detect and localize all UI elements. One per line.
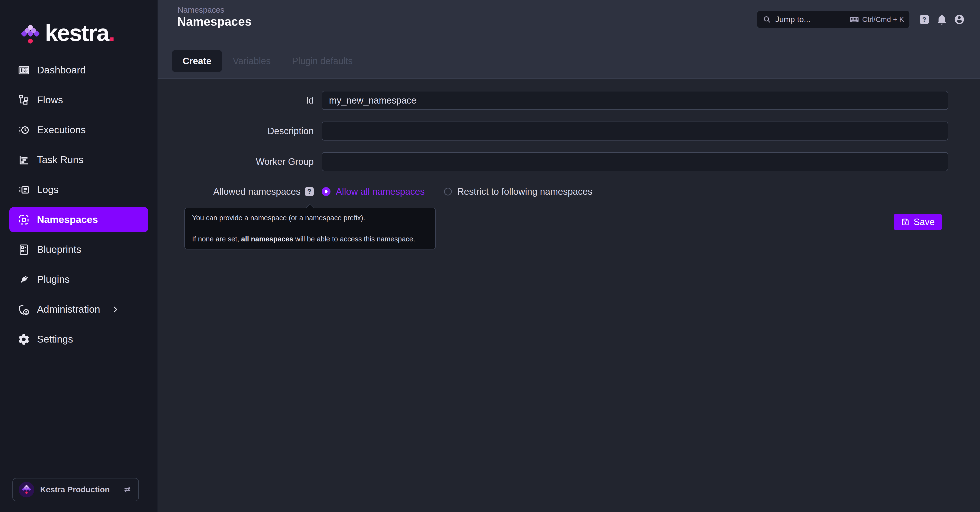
sidebar: kestra. Dashboard	[0, 0, 158, 512]
view-dashboard-icon	[18, 64, 30, 76]
kestra-logo[interactable]: kestra.	[21, 21, 158, 48]
allowed-namespaces-label: Allowed namespaces	[213, 186, 301, 197]
help-box-icon[interactable]: ?	[305, 187, 314, 196]
sidebar-item-dashboard[interactable]: Dashboard	[9, 55, 148, 85]
sidebar-item-blueprints[interactable]: Blueprints	[9, 235, 148, 264]
global-search[interactable]: Ctrl/Cmd + K	[757, 11, 910, 28]
help-icon[interactable]: ?	[919, 14, 930, 25]
chevron-right-icon	[110, 305, 120, 314]
description-field[interactable]	[322, 122, 948, 140]
sidebar-nav: Dashboard Flows Execution	[0, 55, 158, 354]
header-icons: ?	[919, 14, 965, 25]
sidebar-item-plugins[interactable]: Plugins	[9, 264, 148, 294]
keyboard-icon	[850, 14, 859, 24]
sidebar-item-administration[interactable]: Administration	[9, 294, 148, 324]
power-plug-icon	[18, 273, 30, 286]
tab-bar: Create Variables Plugin defaults	[172, 50, 363, 72]
allowed-namespaces-label-cell: Allowed namespaces ?	[158, 183, 314, 200]
worker-group-label: Worker Group	[158, 152, 314, 171]
id-field[interactable]	[322, 91, 948, 110]
shield-account-icon	[18, 303, 30, 316]
sidebar-item-label: Plugins	[37, 274, 70, 285]
tenant-name: Kestra Production	[40, 485, 123, 494]
main-area: Namespaces Namespaces	[158, 0, 980, 512]
account-icon[interactable]	[954, 14, 965, 25]
sidebar-item-label: Blueprints	[37, 244, 81, 255]
form-row-id: Id	[158, 91, 980, 110]
tooltip-line-1: You can provide a namespace (or a namesp…	[192, 214, 428, 222]
gear-icon	[18, 333, 30, 346]
radio-selected-icon	[322, 187, 331, 196]
sidebar-item-label: Task Runs	[37, 154, 83, 165]
sidebar-item-label: Administration	[37, 304, 100, 315]
tenant-avatar	[19, 482, 34, 498]
allowed-namespaces-tooltip: You can provide a namespace (or a namesp…	[185, 208, 436, 250]
file-tree-icon	[18, 94, 30, 107]
sidebar-item-label: Executions	[37, 124, 86, 136]
sidebar-item-settings[interactable]: Settings	[9, 324, 148, 354]
create-form: Id Description Worker Group Allowed name…	[158, 78, 980, 512]
timeline-clock-icon	[18, 124, 30, 137]
kestra-logo-text: kestra.	[45, 21, 114, 48]
kestra-logo-icon	[21, 24, 40, 46]
page-header: Namespaces Namespaces	[158, 0, 980, 78]
radio-allow-all-namespaces[interactable]: Allow all namespaces	[322, 186, 425, 197]
sidebar-item-task-runs[interactable]: Task Runs	[9, 145, 148, 175]
page-title: Namespaces	[177, 14, 252, 29]
allowed-namespaces-row: Allowed namespaces ? Allow all namespace…	[158, 183, 980, 200]
save-icon	[901, 218, 910, 226]
description-label: Description	[158, 122, 314, 140]
bell-icon[interactable]	[936, 14, 947, 25]
header-controls: Ctrl/Cmd + K ?	[757, 11, 965, 28]
save-button-label: Save	[913, 217, 935, 227]
tab-variables[interactable]: Variables	[222, 50, 282, 72]
sidebar-spacer	[0, 354, 158, 478]
sidebar-item-namespaces[interactable]: Namespaces	[9, 207, 148, 232]
radio-unselected-icon	[444, 188, 452, 196]
svg-text:?: ?	[923, 16, 926, 23]
sidebar-item-label: Namespaces	[37, 214, 98, 225]
search-shortcut: Ctrl/Cmd + K	[862, 15, 904, 24]
form-row-description: Description	[158, 122, 980, 140]
swap-horizontal-icon	[123, 485, 132, 495]
sidebar-item-label: Dashboard	[37, 64, 86, 76]
tab-create[interactable]: Create	[172, 50, 222, 72]
search-icon	[763, 15, 772, 24]
id-label: Id	[158, 91, 314, 110]
jump-to-input[interactable]	[775, 15, 850, 24]
sidebar-item-label: Flows	[37, 94, 63, 106]
chart-bars-icon	[18, 154, 30, 166]
sidebar-item-label: Settings	[37, 334, 73, 345]
tab-plugin-defaults[interactable]: Plugin defaults	[282, 50, 363, 72]
sidebar-item-executions[interactable]: Executions	[9, 115, 148, 145]
tenant-selector[interactable]: Kestra Production	[13, 478, 139, 501]
log-list-icon	[18, 184, 30, 196]
save-button[interactable]: Save	[894, 214, 942, 230]
dashed-square-icon	[18, 213, 30, 226]
worker-group-field[interactable]	[322, 152, 948, 171]
breadcrumb[interactable]: Namespaces	[178, 5, 224, 14]
allowed-namespaces-options: Allow all namespaces Restrict to followi…	[322, 183, 592, 200]
sidebar-item-flows[interactable]: Flows	[9, 85, 148, 115]
ballot-icon	[18, 243, 30, 256]
sidebar-item-label: Logs	[37, 184, 59, 196]
form-row-worker-group: Worker Group	[158, 152, 980, 171]
radio-restrict-namespaces[interactable]: Restrict to following namespaces	[444, 186, 592, 197]
sidebar-item-logs[interactable]: Logs	[9, 175, 148, 205]
tooltip-line-2: If none are set, all namespaces will be …	[192, 235, 428, 243]
